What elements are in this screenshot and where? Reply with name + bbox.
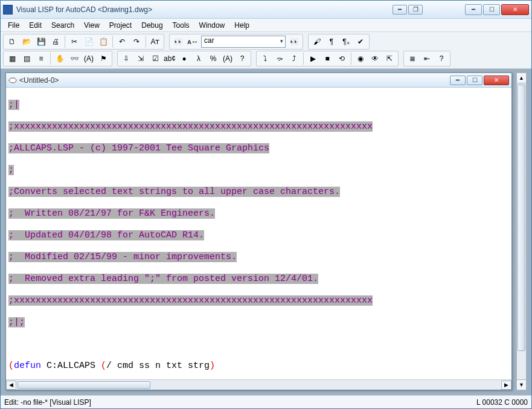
close-button[interactable]: ✕ [501,4,529,15]
aux-restore-button[interactable]: ❐ [408,5,423,14]
aux-minimize-button[interactable]: ━ [393,5,407,14]
doc-horizontal-scrollbar[interactable]: ◀ ▶ [6,379,511,390]
quit-button[interactable]: ■ [321,52,334,65]
scroll-right-button[interactable]: ▶ [501,381,511,390]
step-into-icon: ⤵ [263,54,267,63]
add-watch-button[interactable]: 👁 [368,52,382,65]
find-combo-value: car [204,36,214,45]
menu-help[interactable]: Help [229,20,254,31]
format-code-button[interactable]: ab¢ [163,52,176,65]
format-button[interactable]: 🖌 [310,35,324,48]
doc-maximize-button[interactable]: ☐ [467,76,482,85]
copy-button[interactable]: 📄 [82,35,95,48]
outdent-button[interactable]: ⇤ [420,52,434,65]
scroll-left-button[interactable]: ◀ [6,381,16,390]
app-icon [3,5,13,14]
complete-word-button[interactable]: Aᴛ [149,35,162,48]
indent-icon: ≣ [409,54,415,63]
document-title-bar[interactable]: <Untitled-0> ━ ☐ ✕ [6,73,511,88]
bp-toggle-button[interactable]: ● [178,52,191,65]
mdi-vertical-scrollbar[interactable]: ▲ ▼ [516,72,527,390]
help-context-button[interactable]: ? [236,52,249,65]
view-toolbar: ▦ ▤ ≡ ✋ 👓 (A) ⚑ [3,51,112,66]
step-into-button[interactable]: ⤵ [258,52,272,65]
menu-project[interactable]: Project [104,20,136,31]
inspect-button[interactable]: ✋ [53,52,66,65]
doc-minimize-button[interactable]: ━ [450,76,466,85]
scroll-vthumb[interactable] [518,85,525,351]
save-button[interactable]: 💾 [34,35,48,48]
bp-icon: ◉ [357,54,364,63]
document-title: <Untitled-0> [19,76,450,85]
load-sel-button[interactable]: ⇲ [134,52,147,65]
symbol-service-button[interactable]: ⚑ [97,52,110,65]
step-over-icon: ⤼ [277,54,283,63]
continue-button[interactable]: ▶ [306,52,319,65]
eval-last-button[interactable]: % [207,52,220,65]
redo-button[interactable]: ↷ [130,35,143,48]
activate-acad-button[interactable]: ▦ [5,52,19,65]
redo-icon: ↷ [133,37,139,46]
scroll-up-button[interactable]: ▲ [517,73,526,83]
menu-debug[interactable]: Debug [136,20,167,31]
minimize-button[interactable]: ━ [465,4,482,15]
glasses-icon: 👓 [70,54,79,63]
debug-toolbar: ⇩ ⇲ ☑ ab¢ ● λ % (A) ? [117,51,251,66]
scroll-vtrack[interactable] [517,83,526,379]
vlisp-console-button[interactable]: ▤ [20,52,33,65]
check-syntax-button[interactable]: ✔ [354,35,367,48]
eval-last2-button[interactable]: (A) [221,52,234,65]
help-button[interactable]: ? [435,52,448,65]
menu-window[interactable]: Window [194,20,230,31]
step-over-button[interactable]: ⤼ [273,52,286,65]
console-icon: ▤ [24,54,30,63]
watch-button[interactable]: 👓 [68,52,81,65]
paste-button[interactable]: 📋 [97,35,110,48]
brush-icon: 🖌 [313,37,321,46]
toggle-bp-button[interactable]: ◉ [354,52,367,65]
find-combo[interactable]: car ▾ [201,36,286,48]
title-bar[interactable]: Visual LISP for AutoCAD <Drawing1.dwg> ━… [1,1,531,19]
tools-toolbar1: 🖌 ¶ ¶ₓ ✔ [308,34,370,50]
menu-tools[interactable]: Tools [168,20,194,31]
code-editor[interactable]: ;| ;xxxxxxxxxxxxxxxxxxxxxxxxxxxxxxxxxxxx… [6,88,511,379]
maximize-button[interactable]: ☐ [483,4,500,15]
print-button[interactable]: 🖨 [49,35,62,48]
open-file-button[interactable]: 📂 [20,35,33,48]
pilcrow-x-icon: ¶ₓ [342,37,349,46]
apropos-button[interactable]: (A) [82,52,95,65]
standard-toolbar: 🗋 📂 💾 🖨 ✂ 📄 📋 ↶ ↷ Aᴛ [3,34,164,50]
indent-button[interactable]: ≣ [406,52,419,65]
reset-button[interactable]: ⟲ [335,52,348,65]
menu-edit[interactable]: Edit [24,20,46,31]
folder-open-icon: 📂 [22,37,31,46]
menu-file[interactable]: File [3,20,24,31]
find-button[interactable]: 👀 [171,35,185,48]
lambda-icon: λ [197,54,200,63]
cut-button[interactable]: ✂ [68,35,81,48]
scroll-thumb[interactable] [18,381,150,389]
eval-sel-button[interactable]: λ [192,52,205,65]
trace-button[interactable]: ≡ [34,52,48,65]
check-button[interactable]: ☑ [149,52,162,65]
pilcrow-icon: ¶ [330,37,333,46]
undo-button[interactable]: ↶ [115,35,129,48]
uncomment-button[interactable]: ¶ₓ [339,35,353,48]
menu-bar: File Edit Search View Project Debug Tool… [1,19,531,32]
menu-search[interactable]: Search [46,20,79,31]
reset-icon: ⟲ [339,54,345,63]
copy-icon: 📄 [85,37,94,46]
scroll-down-button[interactable]: ▼ [517,379,526,390]
new-file-button[interactable]: 🗋 [5,35,19,48]
step-out-button[interactable]: ⤴ [287,52,301,65]
doc-close-button[interactable]: ✕ [484,76,509,85]
find-next-button[interactable]: 👀 [287,35,301,48]
last-break-button[interactable]: ⇱ [383,52,396,65]
comment-button[interactable]: ¶ [325,35,338,48]
replace-button[interactable]: ᴀ↔ [186,35,199,48]
menu-view[interactable]: View [79,20,104,31]
chevron-down-icon: ▾ [280,38,283,44]
scroll-track[interactable] [16,381,501,390]
load-button[interactable]: ⇩ [120,52,133,65]
percent-icon: % [210,54,217,63]
